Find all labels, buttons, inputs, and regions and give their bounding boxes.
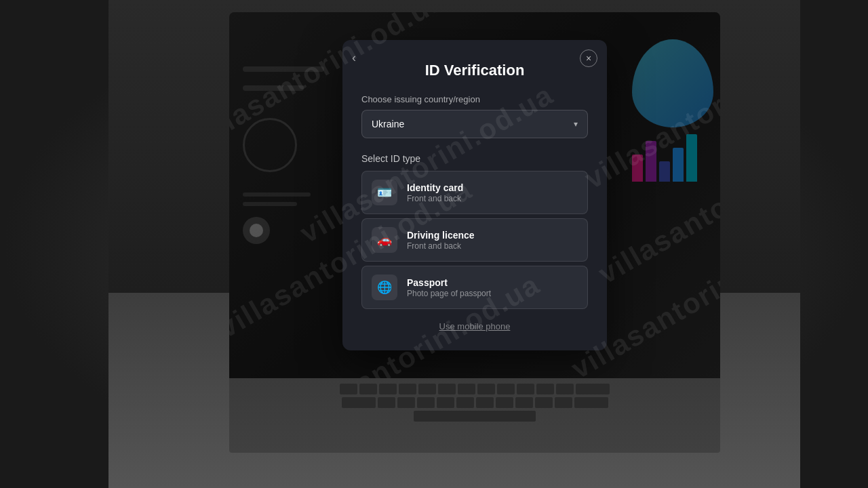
keyboard-keys <box>229 378 720 427</box>
id-type-section-label: Select ID type <box>361 153 588 164</box>
key <box>535 397 553 408</box>
id-option-name-2: Passport <box>407 277 491 288</box>
spacebar-key <box>414 411 536 422</box>
id-option-identity-card[interactable]: 🪪Identity cardFront and back <box>361 171 588 214</box>
key <box>574 397 608 408</box>
key <box>515 397 533 408</box>
key <box>556 384 574 394</box>
id-option-icon-0: 🪪 <box>372 180 397 205</box>
id-option-driving-licence[interactable]: 🚗Driving licenceFront and back <box>361 218 588 262</box>
id-option-subtitle-2: Photo page of passport <box>407 289 491 298</box>
modal-overlay: ‹ × ID Verification Choose issuing count… <box>229 12 720 378</box>
key <box>517 384 534 394</box>
key <box>378 397 395 408</box>
chevron-down-icon: ▾ <box>574 119 578 129</box>
key <box>496 397 513 408</box>
key <box>417 397 435 408</box>
key <box>379 384 397 394</box>
key <box>476 397 494 408</box>
key <box>397 397 415 408</box>
id-option-text-0: Identity cardFront and back <box>407 182 463 203</box>
country-section-label: Choose issuing country/region <box>361 94 588 104</box>
key <box>340 384 357 394</box>
id-verification-modal: ‹ × ID Verification Choose issuing count… <box>342 40 607 350</box>
modal-title: ID Verification <box>361 62 588 79</box>
key <box>456 397 474 408</box>
key <box>477 384 495 394</box>
close-button[interactable]: × <box>580 49 597 67</box>
key <box>458 384 475 394</box>
id-option-subtitle-0: Front and back <box>407 194 463 203</box>
key-row-2 <box>237 397 712 408</box>
key <box>418 384 436 394</box>
laptop-screen: villasantorini.od.ua villasantorini.od.u… <box>229 12 720 378</box>
id-option-icon-2: 🌐 <box>372 274 397 300</box>
country-selected-value: Ukraine <box>372 119 404 129</box>
id-options-list: 🪪Identity cardFront and back🚗Driving lic… <box>361 171 588 309</box>
laptop-keyboard <box>229 378 720 453</box>
laptop-body: villasantorini.od.ua villasantorini.od.u… <box>108 0 800 488</box>
key <box>342 397 376 408</box>
key <box>399 384 416 394</box>
id-option-text-1: Driving licenceFront and back <box>407 230 475 251</box>
key <box>438 384 456 394</box>
back-button[interactable]: ‹ <box>352 51 356 65</box>
key <box>576 384 610 394</box>
key <box>437 397 454 408</box>
id-option-name-1: Driving licence <box>407 230 475 241</box>
key <box>555 397 572 408</box>
id-option-text-2: PassportPhoto page of passport <box>407 277 491 298</box>
key <box>497 384 515 394</box>
country-dropdown[interactable]: Ukraine ▾ <box>361 110 588 138</box>
key-row-3 <box>237 411 712 422</box>
key <box>359 384 377 394</box>
id-option-icon-1: 🚗 <box>372 227 397 253</box>
close-icon: × <box>586 53 591 64</box>
use-mobile-phone-link[interactable]: Use mobile phone <box>361 321 588 331</box>
screen-content: villasantorini.od.ua villasantorini.od.u… <box>229 12 720 378</box>
key <box>536 384 554 394</box>
id-option-passport[interactable]: 🌐PassportPhoto page of passport <box>361 266 588 309</box>
key-row-1 <box>237 384 712 394</box>
id-option-name-0: Identity card <box>407 182 463 193</box>
id-option-subtitle-1: Front and back <box>407 241 475 251</box>
